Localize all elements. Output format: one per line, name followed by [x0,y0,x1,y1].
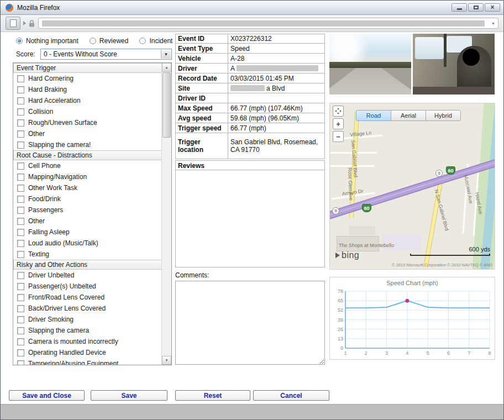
checkbox[interactable] [17,349,24,356]
checklist-item[interactable]: Hard Braking [13,84,162,95]
checklist-item[interactable]: Tampering/Abusing Equipment [13,358,162,365]
checkbox[interactable] [17,119,24,127]
zoom-in-button[interactable]: + [333,118,344,129]
checklist-item[interactable]: Loud audio (Music/Talk) [13,238,162,249]
detail-label: Trigger location [176,133,228,159]
road-camera-image [329,34,411,95]
checkbox[interactable] [17,185,24,192]
checkbox[interactable] [17,251,24,258]
checklist-item[interactable]: Falling Asleep [13,227,162,238]
detail-value: A [228,64,324,73]
save-button[interactable]: Save [91,390,167,401]
checklist-item-label: Other [28,130,45,138]
map-pan-button[interactable] [333,106,344,117]
checklist-item[interactable]: Hard Cornering [13,73,162,84]
checklist-item[interactable]: Back/Driver Lens Covered [13,303,162,314]
checkbox[interactable] [17,327,24,334]
zoom-out-button[interactable]: − [333,131,344,142]
title-bar[interactable]: Mozilla Firefox × [1,1,503,15]
checkbox[interactable] [17,240,24,247]
checklist-item[interactable]: Passengers [13,204,162,216]
detail-row: Vehicle A-28 [175,54,325,64]
checklist-item[interactable]: Other [13,216,162,227]
checkbox[interactable] [17,218,24,225]
close-button[interactable]: × [485,3,500,12]
checkbox[interactable] [17,141,24,149]
detail-value [228,93,324,103]
lock-icon [29,20,35,27]
checkbox[interactable] [17,86,24,93]
url-bar[interactable]: ▼ [38,18,498,29]
checklist-item-label: Rough/Uneven Surface [28,119,97,127]
detail-label: Driver ID [176,93,228,103]
review-form: Nothing important Reviewed Incident Scor… [1,32,503,406]
radio-icon[interactable] [16,38,23,44]
checkbox[interactable] [17,360,24,365]
checkbox[interactable] [17,229,24,236]
save-and-close-button[interactable]: Save and Close [9,390,85,401]
checkbox[interactable] [17,272,24,279]
checkbox[interactable] [17,97,24,104]
radio-icon[interactable] [90,38,96,44]
checklist-item[interactable]: Collision [13,106,162,117]
checklist-item[interactable]: Camera is mounted incorrectly [13,336,162,347]
svg-text:0: 0 [340,345,343,351]
checklist-item[interactable]: Mapping/Navigation [13,171,162,182]
checklist-item[interactable]: Operating Handled Device [13,347,162,358]
checkbox[interactable] [17,174,24,181]
section-header-label: Root Cause - Distractions [17,151,92,159]
checklist-item[interactable]: Driver Smoking [13,314,162,325]
checklist-item[interactable]: Food/Drink [13,193,162,204]
chart-title: Speed Chart (mph) [330,277,495,286]
radio-incident[interactable]: Incident [139,37,172,45]
checkbox[interactable] [17,108,24,116]
minimize-button[interactable] [452,3,467,12]
checklist-item[interactable]: Slapping the camera [13,325,162,336]
radio-label: Reviewed [99,37,129,45]
checklist-item[interactable]: Front/Road Lens Covered [13,292,162,303]
url-dropdown-icon[interactable]: ▼ [491,22,495,25]
bing-map[interactable]: Village Ln San Gabriel Blvd Rose Glen Av… [329,103,495,270]
checkbox[interactable] [17,196,24,203]
checkbox[interactable] [17,305,24,312]
checklist-scrollbar[interactable]: ▲ ▼ [161,63,171,365]
checklist-item[interactable]: Passenger(s) Unbelted [13,281,162,292]
map-building [349,226,375,235]
comments-textarea[interactable] [175,281,325,365]
detail-row: Max Speed 66.77 (mph) (107.46Km) [175,103,325,113]
map-view-aerial[interactable]: Aerial [391,110,426,121]
checkbox[interactable] [17,283,24,290]
scroll-up-button[interactable]: ▲ [162,63,171,72]
checklist-item[interactable]: Other Work Task [13,182,162,193]
checklist-item[interactable]: Texting [13,249,162,260]
checklist-item[interactable]: Driver Unbelted [13,270,162,281]
site-identity-button[interactable] [6,17,20,30]
reset-button[interactable]: Reset [175,390,250,401]
bing-logo[interactable]: bing [335,250,359,260]
radio-nothing-important[interactable]: Nothing important [16,37,78,45]
cancel-button[interactable]: Cancel [253,390,329,401]
checkbox[interactable] [17,207,24,214]
checkbox[interactable] [17,316,24,323]
speed-chart-panel: Speed Chart (mph) 013263952657812345678 [329,277,495,360]
map-view-road[interactable]: Road [356,110,391,121]
dropdown-arrow-icon[interactable]: ▼ [161,50,171,59]
radio-icon[interactable] [139,38,146,44]
checklist-item[interactable]: Cell Phone [13,160,162,171]
checkbox[interactable] [17,294,24,301]
checklist-item[interactable]: Other [13,128,162,139]
checklist-item[interactable]: Rough/Uneven Surface [13,117,162,128]
checkbox[interactable] [17,130,24,138]
radio-reviewed[interactable]: Reviewed [90,37,129,45]
checklist-item[interactable]: Slapping the camera! [13,139,162,150]
maximize-button[interactable] [468,3,484,12]
score-dropdown[interactable]: 0 - Events Without Score ▼ [40,49,172,60]
checkbox[interactable] [17,75,24,82]
scroll-down-button[interactable]: ▼ [162,356,171,365]
scrollbar-thumb[interactable] [162,72,171,138]
checkbox[interactable] [17,162,24,170]
route-shield-60: 60 [446,166,455,175]
checklist-item[interactable]: Hard Acceleration [13,95,162,106]
checkbox[interactable] [17,338,24,345]
map-view-hybrid[interactable]: Hybrid [426,110,461,121]
